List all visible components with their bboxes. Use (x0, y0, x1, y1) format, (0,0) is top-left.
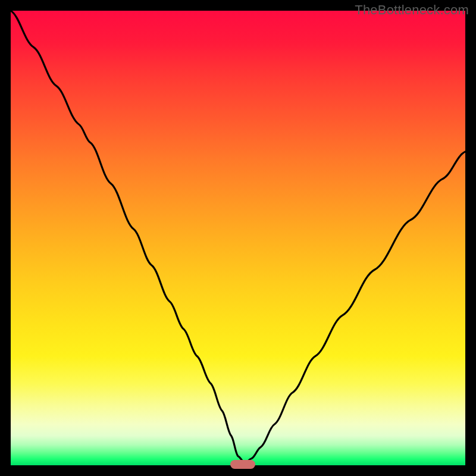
chart-frame: TheBottleneck.com (0, 0, 476, 476)
plot-area (11, 11, 465, 465)
watermark-text: TheBottleneck.com (355, 2, 469, 18)
minimum-marker (230, 460, 255, 469)
bottleneck-curve (11, 11, 465, 465)
